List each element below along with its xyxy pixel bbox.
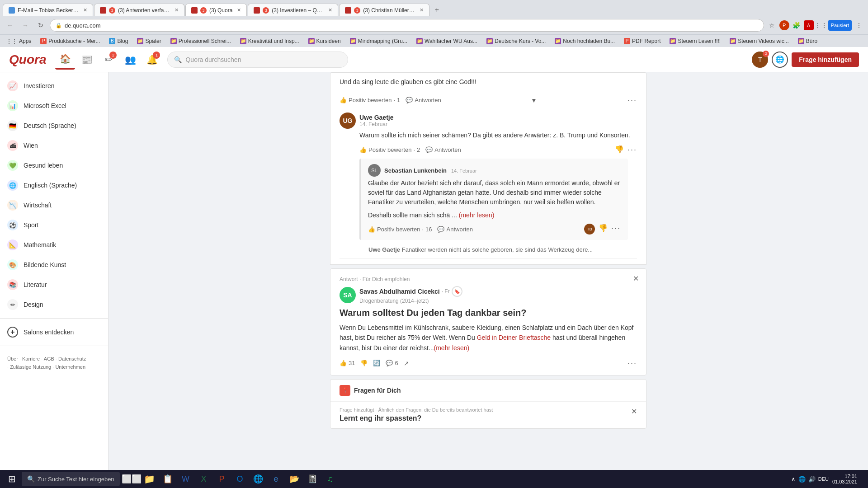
forward-button[interactable]: → [19,19,32,32]
bookmark-professionell[interactable]: 📁 Professionell Schrei... [168,37,234,45]
taskbar-network-icon[interactable]: 🌐 [798,476,806,483]
bookmark-später[interactable]: 📁 Später [134,37,164,45]
sebastian-read-more[interactable]: (mehr lesen) [459,211,495,219]
sidebar-item-mathematik[interactable]: 📐 Mathematik [0,235,108,255]
bookmark-deutschkurs[interactable]: 📁 Deutsche Kurs - Vo... [484,37,548,45]
top-options-button[interactable]: ··· [627,95,637,105]
profile-button[interactable]: P [779,20,789,30]
top-upvote-button[interactable]: 👍 Positiv bewerten · 1 [340,95,400,105]
more-tools-button[interactable]: ⋮⋮ [816,20,826,31]
bookmark-kreativität[interactable]: 📁 Kreativität und Insp... [237,37,302,45]
reload-button[interactable]: ↻ [34,19,47,32]
bookmark-steuern-lesen[interactable]: 📁 Steuern Lesen !!!! [667,37,723,45]
tab-investieren-close[interactable]: ✕ [328,7,332,13]
footer-unternehmen[interactable]: Unternehmen [55,364,85,370]
menu-button[interactable]: ⋮ [854,20,864,31]
bookmark-hochladen[interactable]: 📁 Noch hochladen Bu... [552,37,618,45]
top-more-button[interactable]: ▼ [531,95,538,105]
taskbar-app-powerpoint[interactable]: P [214,471,230,487]
footer-zulässige[interactable]: Zulässige Nutzung [10,364,51,370]
sidebar-item-wien[interactable]: 🏙 Wien [0,136,108,155]
sidebar-item-wirtschaft[interactable]: 📉 Wirtschaft [0,195,108,215]
taskbar-app-explorer[interactable]: 📁 [142,471,158,487]
search-bar[interactable]: 🔍 Quora durchsuchen [167,52,348,68]
taskbar-show-desktop[interactable] [861,471,864,487]
taskbar-app-edge[interactable]: e [268,471,284,487]
add-question-button[interactable]: Frage hinzufügen [792,52,859,67]
taskbar-up-arrow-icon[interactable]: ∧ [791,476,796,483]
sidebar-item-literatur[interactable]: 📚 Literatur [0,275,108,295]
taskbar-time[interactable]: 17:01 01.03.2021 [832,474,857,484]
sidebar-item-salons[interactable]: + Salons entdecken [0,322,108,342]
start-button[interactable]: ⊞ [4,471,20,487]
community-nav-button[interactable]: 👥 [120,50,140,70]
sidebar-item-deutsch[interactable]: 🇩🇪 Deutsch (Sprache) [0,116,108,136]
sebastian-downvote-button[interactable]: 👎 [599,224,608,235]
back-button[interactable]: ← [4,19,16,32]
tab-quora[interactable]: 3 (3) Quora ✕ [185,4,247,16]
sidebar-item-design[interactable]: ✏ Design [0,295,108,314]
bookmark-kursideen[interactable]: 📁 Kursideen [306,37,344,45]
rec-bookmark-icon[interactable]: 🔖 [452,286,462,297]
language-button[interactable]: 🌐 [772,52,788,68]
feed-scroll[interactable]: Und da sing leute die glauben es gibt ei… [108,72,868,488]
bookmark-büro[interactable]: 📁 Büro [795,37,820,45]
user-avatar-button[interactable]: T 2 [752,52,768,68]
address-bar[interactable]: 🔒 de.quora.com [50,19,764,32]
rec-downvote-button[interactable]: 👎 [360,360,368,366]
uwe-options-button[interactable]: ··· [627,145,637,155]
tab-antworten-close[interactable]: ✕ [175,7,179,13]
bookmark-star-button[interactable]: ☆ [767,20,778,31]
rec-upvote-button[interactable]: 👍 31 [340,360,355,366]
taskbar-search[interactable]: 🔍 Zur Suche Text hier eingeben [22,472,120,486]
tab-antworten[interactable]: 3 (3) Antworten verfassen ✕ [94,4,184,16]
uwe-downvote-button[interactable]: 👎 [615,145,624,155]
sidebar-item-gesund[interactable]: 💚 Gesund leben [0,155,108,175]
taskbar-app-chrome[interactable]: 🌐 [250,471,266,487]
sidebar-item-excel[interactable]: 📊 Microsoft Excel [0,96,108,116]
tab-quora-close[interactable]: ✕ [237,7,241,13]
bookmark-mindmapping[interactable]: 📁 Mindmapping (Gru... [347,37,410,45]
taskbar-app-todo[interactable]: 📋 [160,471,176,487]
tab-email-close[interactable]: ✕ [83,7,87,13]
question-text[interactable]: Lernt eng ihr spassten? [340,414,493,422]
rec-read-more[interactable]: (mehr lesen) [434,344,470,352]
question-close-button[interactable]: ✕ [631,407,637,416]
news-nav-button[interactable]: 📰 [77,50,97,70]
notifications-nav-button[interactable]: 🔔 1 [142,50,162,70]
answers-nav-button[interactable]: ✏ 2 [99,50,118,70]
uwe-upvote-button[interactable]: 👍 Positiv bewerten · 2 [359,145,420,155]
footer-über[interactable]: Über [7,356,18,361]
sebastian-name[interactable]: Sebastian Lunkenbein [384,167,447,174]
sidebar-item-investieren[interactable]: 📈 Investieren [0,76,108,96]
sebastian-reply-button[interactable]: 💬 Antworten [437,224,473,235]
tab-christian-close[interactable]: ✕ [420,7,424,13]
rec-comment-button[interactable]: 💬 6 [386,360,398,366]
rec-reshare-button[interactable]: 🔄 [373,360,380,366]
sebastian-upvote-button[interactable]: 👍 Positiv bewerten · 16 [368,224,432,235]
taskbar-app-taskview[interactable]: ⬜⬜ [123,471,140,487]
sidebar-item-sport[interactable]: ⚽ Sport [0,215,108,235]
new-tab-button[interactable]: + [430,4,443,16]
bookmark-steuern-videos[interactable]: 📁 Steuern Videos wic... [727,37,792,45]
bookmark-apps[interactable]: ⋮⋮ Apps [4,37,34,45]
rec-share-button[interactable]: ↗ [404,360,409,367]
uwe-reply-button[interactable]: 💬 Antworten [425,145,461,155]
footer-karriere[interactable]: Karriere [22,356,40,361]
taskbar-app-excel[interactable]: X [196,471,212,487]
taskbar-app-spotify[interactable]: ♫ [322,471,339,487]
sidebar-item-bildende-kunst[interactable]: 🎨 Bildende Kunst [0,255,108,275]
rec-close-button[interactable]: ✕ [633,274,639,283]
bookmark-blog[interactable]: B Blog [106,37,131,45]
adblocker-button[interactable]: A [804,20,814,30]
taskbar-app-outlook[interactable]: O [232,471,248,487]
top-reply-button[interactable]: 💬 Antworten [406,95,441,105]
tab-investieren[interactable]: 3 (3) Investieren – Quora ✕ [248,4,338,16]
taskbar-app-files[interactable]: 📂 [286,471,302,487]
taskbar-volume-icon[interactable]: 🔊 [808,476,816,483]
rec-author-name[interactable]: Savas Abdulhamid Cicekci [359,288,440,295]
tab-christian[interactable]: 3 (3) Christian Müller – Quora ✕ [339,4,429,16]
taskbar-app-notes[interactable]: 📓 [304,471,321,487]
bookmark-pdf[interactable]: P PDF Report [621,37,663,45]
bookmark-wahlfächer[interactable]: 📁 Wahlfächer WU Aus... [414,37,480,45]
